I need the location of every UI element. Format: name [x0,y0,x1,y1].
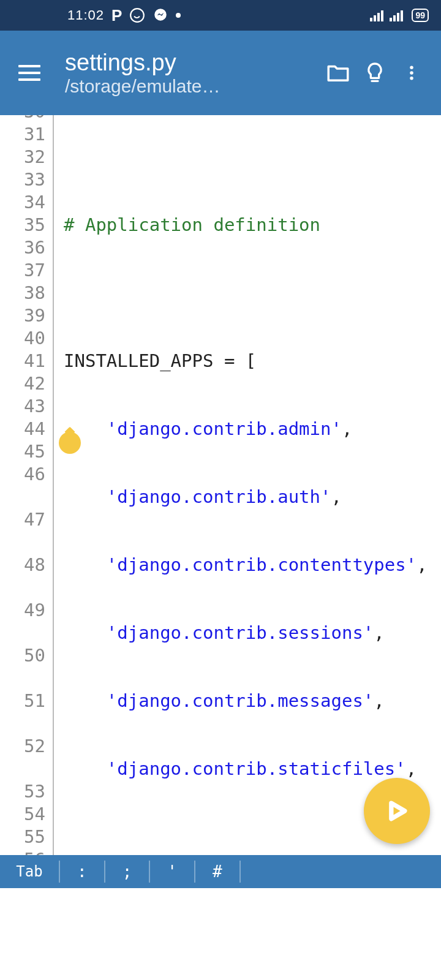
folder-button[interactable] [320,60,356,86]
line-number: 38 [0,282,45,304]
line-number: 45 [0,440,45,463]
line-number: 54 [0,803,45,826]
status-right: 99 [370,9,429,22]
code-line[interactable] [64,146,441,168]
line-number-continuation [0,622,45,644]
p-icon: P [111,6,122,25]
code-line[interactable]: 'django.contrib.contenttypes', [64,554,441,576]
code-line[interactable]: INSTALLED_APPS = [ [64,350,441,372]
tab-key[interactable]: Tab [0,861,59,883]
file-name: settings.py [65,50,320,76]
cursor-handle[interactable] [59,432,81,454]
battery-level: 99 [415,10,425,21]
line-number: 32 [0,146,45,168]
line-number: 37 [0,259,45,282]
line-number: 48 [0,554,45,576]
code-line[interactable]: 'django.contrib.auth', [64,486,441,508]
status-time: 11:02 [67,7,104,23]
code-line[interactable]: 'django.contrib.sessions', [64,622,441,644]
colon-key[interactable]: : [60,861,104,883]
code-line[interactable] [64,282,441,304]
keyboard-bar: Tab : ; ' # [0,855,441,888]
svg-point-2 [410,66,413,70]
line-number-continuation [0,486,45,508]
code-editor[interactable]: 3031323334353637383940414243444546474849… [0,115,441,888]
line-number-continuation [0,576,45,599]
hint-button[interactable] [356,61,393,85]
file-path: /storage/emulate… [65,76,236,97]
code-area[interactable]: # Application definition INSTALLED_APPS … [53,115,441,888]
folder-icon [325,60,351,86]
line-number: 33 [0,168,45,191]
overflow-button[interactable] [393,61,430,85]
line-number: 51 [0,690,45,712]
line-number: 49 [0,599,45,622]
signal-icon-1 [370,9,383,21]
line-number: 47 [0,508,45,531]
hamburger-icon [18,61,40,85]
line-number: 43 [0,395,45,418]
messenger-icon [153,7,168,23]
line-number: 50 [0,644,45,667]
signal-icon-2 [390,9,403,21]
line-number: 35 [0,214,45,236]
svg-point-3 [410,71,413,75]
line-number: 46 [0,463,45,486]
line-number: 31 [0,123,45,146]
line-number: 42 [0,372,45,395]
code-line[interactable]: 'django.contrib.staticfiles', [64,758,441,780]
menu-button[interactable] [11,61,48,85]
line-number: 44 [0,418,45,440]
line-number: 30 [0,115,45,123]
line-number-continuation [0,712,45,735]
line-number-continuation [0,667,45,690]
line-number: 53 [0,780,45,803]
line-number: 41 [0,350,45,372]
line-number-continuation [0,531,45,554]
code-line[interactable]: # Application definition [64,214,441,236]
line-number: 52 [0,735,45,758]
semicolon-key[interactable]: ; [105,861,149,883]
quote-key[interactable]: ' [150,861,194,883]
whatsapp-icon [129,7,145,23]
code-line[interactable]: 'django.contrib.admin', [64,418,441,440]
appbar-title-area[interactable]: settings.py /storage/emulate… [65,50,320,97]
battery-icon: 99 [412,9,429,22]
line-number: 55 [0,826,45,848]
lightbulb-icon [363,61,387,85]
code-line[interactable]: 'django.contrib.messages', [64,690,441,712]
play-icon [383,797,410,824]
run-button[interactable] [364,778,430,844]
line-number-gutter: 3031323334353637383940414243444546474849… [0,115,53,888]
hash-key[interactable]: # [195,861,239,883]
svg-point-4 [410,77,413,80]
status-left: 11:02 P [12,6,181,25]
line-number: 34 [0,191,45,214]
dot-icon [176,13,181,18]
app-bar: settings.py /storage/emulate… [0,31,441,115]
line-number-continuation [0,758,45,780]
svg-point-0 [131,9,145,22]
line-number: 36 [0,236,45,259]
more-vert-icon [402,61,421,85]
separator [239,861,241,883]
line-number: 39 [0,304,45,327]
line-number: 40 [0,327,45,350]
svg-marker-5 [391,803,405,819]
status-bar: 11:02 P 99 [0,0,441,31]
